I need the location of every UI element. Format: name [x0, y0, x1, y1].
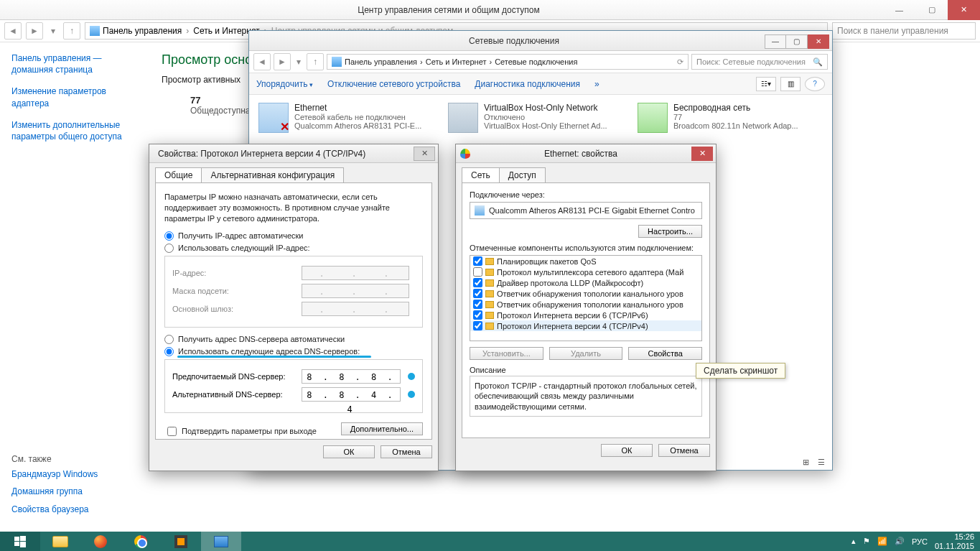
- close-button[interactable]: ✕: [414, 147, 435, 161]
- component-item[interactable]: Ответчик обнаружения топологии канальног…: [470, 299, 701, 310]
- address-bar[interactable]: Панель управления› Сеть и Интернет› Сете…: [327, 54, 689, 70]
- component-checkbox[interactable]: [473, 289, 482, 298]
- sidebar-firewall[interactable]: Брандмауэр Windows: [11, 468, 136, 480]
- close-button[interactable]: ✕: [691, 147, 713, 161]
- up-button[interactable]: ↑: [63, 22, 80, 40]
- sidebar-sharing-settings[interactable]: Изменить дополнительные параметры общего…: [11, 119, 136, 142]
- validate-on-exit[interactable]: Подтвердить параметры при выходе: [164, 425, 317, 438]
- component-checkbox[interactable]: [473, 310, 482, 320]
- preferred-dns-input[interactable]: 8 . 8 . 8 . 8: [302, 369, 401, 384]
- radio-input[interactable]: [164, 335, 174, 344]
- component-checkbox[interactable]: [473, 256, 482, 266]
- radio-auto-ip[interactable]: Получить IP-адрес автоматически: [164, 231, 423, 241]
- tab-alternate[interactable]: Альтернативная конфигурация: [201, 167, 344, 182]
- sidebar-adapter-settings[interactable]: Изменение параметров адаптера: [11, 85, 136, 108]
- install-button[interactable]: Установить...: [470, 347, 543, 360]
- radio-input[interactable]: [164, 244, 174, 253]
- alternate-dns-input[interactable]: 8 . 8 . 4 . 4: [302, 387, 401, 402]
- maximize-button[interactable]: ▢: [915, 0, 948, 20]
- breadcrumb-item[interactable]: Панель управления: [103, 26, 182, 36]
- tray-arrow-icon[interactable]: ▴: [851, 537, 856, 546]
- radio-input[interactable]: [164, 231, 174, 241]
- help-button[interactable]: ?: [805, 77, 825, 91]
- forward-button[interactable]: ►: [26, 22, 43, 40]
- svg-rect-3: [20, 542, 26, 547]
- back-button[interactable]: ◄: [253, 53, 271, 70]
- radio-input[interactable]: [164, 347, 174, 356]
- sidebar-internet-options[interactable]: Свойства браузера: [11, 504, 136, 515]
- taskbar-firefox[interactable]: [80, 532, 121, 551]
- view-icons-small[interactable]: ⊞: [803, 458, 809, 467]
- advanced-button[interactable]: Дополнительно...: [341, 422, 423, 435]
- taskbar-sublime[interactable]: [161, 532, 201, 551]
- forward-button[interactable]: ►: [274, 53, 291, 70]
- sidebar-homegroup[interactable]: Домашняя группа: [11, 486, 136, 497]
- minimize-button[interactable]: —: [883, 0, 915, 20]
- component-item[interactable]: Планировщик пакетов QoS: [470, 256, 701, 267]
- toolbar-disable-device[interactable]: Отключение сетевого устройства: [327, 79, 460, 89]
- connection-item-wifi[interactable]: Беспроводная сеть 77 Broadcom 802.11n Ne…: [635, 101, 815, 135]
- tray-network-icon[interactable]: ⚑: [863, 537, 870, 546]
- radio-manual-ip[interactable]: Использовать следующий IP-адрес:: [164, 244, 423, 253]
- ip-address-input[interactable]: . . .: [302, 266, 409, 280]
- component-checkbox[interactable]: [473, 321, 482, 330]
- tray-wifi-icon[interactable]: 📶: [877, 537, 887, 546]
- minimize-button[interactable]: —: [765, 34, 786, 49]
- subnet-mask-input[interactable]: . . .: [302, 284, 409, 298]
- tray-language[interactable]: РУС: [912, 537, 928, 546]
- component-checkbox[interactable]: [473, 300, 482, 309]
- ok-button[interactable]: ОК: [601, 444, 653, 457]
- tab-access[interactable]: Доступ: [499, 167, 546, 182]
- uninstall-button[interactable]: Удалить: [549, 347, 623, 360]
- ok-button[interactable]: ОК: [323, 445, 375, 458]
- component-item[interactable]: Протокол Интернета версии 6 (TCP/IPv6): [470, 310, 701, 320]
- dialog-title: Свойства: Протокол Интернета версии 4 (T…: [155, 149, 414, 159]
- cancel-button[interactable]: Отмена: [658, 444, 710, 457]
- up-button[interactable]: ↑: [307, 53, 324, 70]
- preview-pane-button[interactable]: ▥: [780, 77, 801, 91]
- toolbar-overflow[interactable]: »: [594, 79, 599, 89]
- component-checkbox[interactable]: [473, 267, 482, 277]
- connection-item-virtualbox[interactable]: VirtualBox Host-Only Network Отключено V…: [446, 101, 625, 135]
- start-button[interactable]: [0, 532, 40, 551]
- history-dropdown[interactable]: ▾: [294, 53, 304, 70]
- clock-date: 01.11.2015: [935, 542, 974, 550]
- breadcrumb-item[interactable]: Сеть и Интернет: [426, 57, 487, 66]
- search-input[interactable]: Поиск в панели управления: [832, 22, 976, 40]
- component-item[interactable]: Протокол мультиплексора сетевого адаптер…: [470, 267, 701, 277]
- connection-item-ethernet[interactable]: Ethernet Сетевой кабель не подключен Qua…: [256, 101, 436, 135]
- gateway-input[interactable]: . . .: [302, 302, 409, 316]
- components-list[interactable]: Планировщик пакетов QoS Протокол мультип…: [470, 255, 702, 341]
- component-item[interactable]: Драйвер протокола LLDP (Майкрософт): [470, 277, 701, 288]
- toolbar-diagnose[interactable]: Диагностика подключения: [475, 79, 580, 89]
- configure-button[interactable]: Настроить...: [638, 225, 702, 238]
- close-button[interactable]: ✕: [808, 34, 829, 49]
- taskbar-control-panel[interactable]: [201, 532, 241, 551]
- search-input[interactable]: Поиск: Сетевые подключения 🔍: [691, 54, 828, 70]
- breadcrumb-item[interactable]: Панель управления: [345, 57, 417, 66]
- back-button[interactable]: ◄: [4, 22, 22, 40]
- taskbar-chrome[interactable]: [121, 532, 161, 551]
- properties-button[interactable]: Свойства: [628, 347, 702, 360]
- sidebar: Панель управления — домашняя страница Из…: [0, 42, 147, 532]
- radio-manual-dns[interactable]: Использовать следующие адреса DNS-сервер…: [164, 347, 423, 356]
- component-checkbox[interactable]: [473, 278, 482, 287]
- taskbar-explorer[interactable]: [40, 532, 80, 551]
- component-item[interactable]: Ответчик обнаружения топологии канальног…: [470, 288, 701, 299]
- view-mode-button[interactable]: ☷▾: [756, 77, 776, 91]
- radio-auto-dns[interactable]: Получить адрес DNS-сервера автоматически: [164, 335, 423, 344]
- maximize-button[interactable]: ▢: [786, 34, 808, 49]
- view-icons-details[interactable]: ☰: [818, 458, 825, 467]
- tray-volume-icon[interactable]: 🔊: [895, 537, 905, 546]
- breadcrumb-item[interactable]: Сетевые подключения: [495, 57, 577, 66]
- cancel-button[interactable]: Отмена: [381, 445, 432, 458]
- history-dropdown[interactable]: ▾: [47, 22, 59, 40]
- tab-network[interactable]: Сеть: [462, 167, 500, 182]
- component-item-selected[interactable]: Протокол Интернета версии 4 (TCP/IPv4): [470, 320, 701, 331]
- sidebar-home[interactable]: Панель управления — домашняя страница: [11, 52, 136, 75]
- tray-clock[interactable]: 15:26 01.11.2015: [935, 532, 974, 550]
- close-button[interactable]: ✕: [948, 0, 980, 20]
- tab-general[interactable]: Общие: [155, 167, 202, 182]
- checkbox[interactable]: [167, 427, 177, 436]
- toolbar-organize[interactable]: Упорядочить: [256, 79, 313, 89]
